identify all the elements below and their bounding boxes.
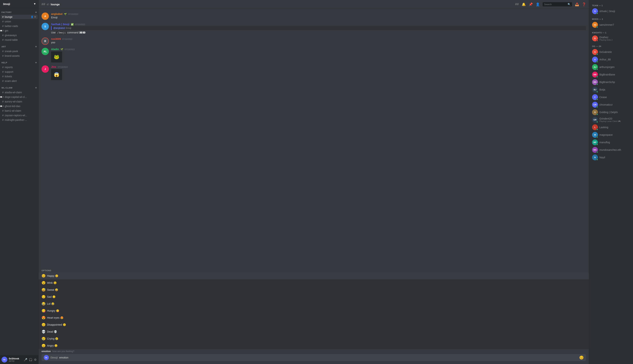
search-box[interactable]: Search 🔍 — [542, 2, 572, 6]
autocomplete-label: Happy 😊 — [47, 274, 58, 277]
channel-item-support[interactable]: #support — [1, 70, 38, 74]
member-item[interactable]: N Nayil — [590, 154, 632, 161]
autocomplete-item-heart-eyes[interactable]: 😍Heart eyes 😍 — [38, 314, 589, 321]
channel-label: scam-alert — [5, 80, 17, 82]
emoji-picker-button[interactable]: 😊 — [579, 355, 584, 360]
channel-item-midnight-panther[interactable]: #midnight-panther-... — [1, 118, 38, 122]
member-avatar-text: BB — [594, 74, 596, 76]
status-dot — [596, 151, 598, 153]
channel-item-aurory-wl-claim[interactable]: #aurory-wl-claim — [1, 99, 38, 104]
channel-item-gm[interactable]: #gm — [1, 28, 38, 33]
channel-item-scam-alert[interactable]: #scam-alert — [1, 79, 38, 83]
member-item[interactable]: D Drathez Playing Dota 2 — [590, 35, 632, 42]
member-item[interactable]: GR Grinder420 Playing Lunar Client 🎮 — [590, 116, 632, 124]
member-item[interactable]: C Cease — [590, 94, 632, 101]
hashtag-icon[interactable]: ## — [515, 2, 519, 6]
settings-button[interactable]: ⚙ — [34, 358, 37, 362]
channel-icon: # — [2, 114, 4, 117]
settings-icon[interactable]: ⚙ — [34, 16, 36, 18]
message-time: 07/10/2022 — [75, 23, 85, 26]
category-add[interactable]: + — [35, 86, 37, 89]
status-dot — [596, 26, 598, 28]
channel-item-kam1-wl-claim[interactable]: #kam1-wl-claim — [1, 108, 38, 113]
channel-item-brand-assets[interactable]: #brand-assets — [1, 54, 38, 58]
member-item[interactable]: A Arthur_88 — [590, 56, 632, 63]
deafen-button[interactable]: 🎧 — [28, 358, 33, 362]
member-item[interactable]: CR chromaticcr — [590, 101, 632, 108]
member-item[interactable]: M magospace — [590, 131, 632, 138]
autocomplete-item-sad[interactable]: 😔Sad 😔 — [38, 293, 589, 300]
autocomplete-item-angry[interactable]: 😠Angry 😠 — [38, 342, 589, 349]
member-info: BigBrainSchp — [600, 80, 615, 84]
autocomplete-item-dead[interactable]: 💀Dead 💀 — [38, 328, 589, 335]
pin-icon[interactable]: 📌 — [529, 2, 533, 6]
channel-icon: # — [2, 38, 4, 41]
hint-key: emotion — [42, 350, 51, 352]
member-list-icon[interactable]: 👤 — [536, 2, 540, 6]
message-header: Jinx 07/10/2022 — [51, 66, 586, 68]
category-add[interactable]: + — [35, 61, 37, 64]
status-dot — [596, 61, 598, 63]
channel-category-wl-claim[interactable]: WL-CLAIM+ — [0, 84, 38, 90]
channel-item-union[interactable]: #union — [1, 19, 38, 24]
autocomplete-item-lol[interactable]: 😂Lol 😂 — [38, 300, 589, 307]
member-name: Arthur_88 — [600, 58, 610, 61]
channel-item-lounge[interactable]: #lounge 👤 ⚙ — [1, 15, 38, 19]
server-header[interactable]: 3moji ▾ — [0, 0, 38, 8]
message-time: 07/10/2022 — [62, 38, 72, 40]
autocomplete-item-sweat[interactable]: 😅Sweat 😅 — [38, 286, 589, 293]
channel-item-zaysan-raptors-wl[interactable]: #zaysan-raptors-wl... — [1, 113, 38, 118]
message-text: Use /3moji command 👀👀 — [51, 31, 586, 34]
autocomplete-item-disappointed[interactable]: 😐Disappointed 😐 — [38, 321, 589, 328]
member-icon[interactable]: 👤 — [31, 16, 34, 18]
chat-header-icons: ## 🔔 📌 👤 Search 🔍 📥 ❓ — [515, 2, 586, 6]
member-item[interactable]: BJ Botja — [590, 86, 632, 93]
autocomplete-emoji: 😢 — [42, 337, 46, 341]
channel-label: atadia-wl-claim — [5, 91, 22, 94]
channel-item-reports[interactable]: #reports — [1, 65, 38, 70]
channel-item-round-table[interactable]: #round-table — [1, 38, 38, 42]
member-avatar-text: L — [594, 126, 596, 128]
autocomplete-emoji: 😔 — [42, 295, 46, 299]
member-item[interactable]: AJ arthursjorgen — [590, 63, 632, 71]
member-item[interactable]: G 0xGabriele — [590, 48, 632, 56]
member-section-header: OG — 24 — [589, 42, 633, 48]
member-item[interactable]: S shīvek | 3moji — [590, 8, 632, 15]
category-add[interactable]: + — [35, 45, 37, 48]
autocomplete-item-happy[interactable]: 😊Happy 😊 — [38, 272, 589, 279]
help-icon[interactable]: ❓ — [582, 2, 586, 6]
bell-icon[interactable]: 🔔 — [522, 2, 526, 6]
member-item[interactable]: G Golding | Delphi — [590, 108, 632, 116]
member-item[interactable]: BB BigBrainBane — [590, 71, 632, 78]
member-avatar: BJ — [592, 87, 598, 92]
member-item[interactable]: SZ samzimmer7 — [590, 21, 632, 28]
channel-item-tickets[interactable]: #tickets — [1, 74, 38, 78]
inbox-icon[interactable]: 📥 — [575, 2, 579, 6]
member-name: Drathez — [600, 36, 612, 39]
channel-item-ghost-kid-dao[interactable]: #ghost-kid-dao — [1, 104, 38, 108]
channel-label: brand-assets — [5, 54, 20, 57]
channel-item-twitter-raids[interactable]: #twitter-raids — [1, 24, 38, 28]
member-avatar: N — [592, 154, 598, 160]
autocomplete-item-crying[interactable]: 😢Crying 😢 — [38, 335, 589, 342]
chat-input-field[interactable] — [59, 354, 578, 361]
member-item[interactable]: MS mundosanchez.eth — [590, 146, 632, 154]
member-item[interactable]: L Laxking — [590, 124, 632, 131]
autocomplete-item-wink[interactable]: 😉Wink 😉 — [38, 279, 589, 286]
channel-category-art[interactable]: ART+ — [0, 42, 38, 49]
unread-dot — [0, 106, 2, 107]
category-add[interactable]: + — [35, 11, 37, 14]
member-item[interactable]: MF manuflog — [590, 139, 632, 146]
channel-item-doge-capital-wl-cl[interactable]: #doge-capital-wl-cl... — [1, 95, 38, 99]
mute-button[interactable]: 🎤 — [23, 358, 28, 362]
channel-item-giveaways[interactable]: #giveaways — [1, 33, 38, 38]
channel-category-help[interactable]: HELP+ — [0, 58, 38, 65]
member-item[interactable]: BS BigBrainSchp — [590, 78, 632, 86]
channel-icon: # — [2, 80, 4, 82]
autocomplete-label: Sweat 😅 — [47, 288, 58, 291]
channel-item-atadia-wl-claim[interactable]: #atadia-wl-claim — [1, 90, 38, 94]
channel-category-factory[interactable]: FACTORY+ — [0, 8, 38, 14]
status-dot — [596, 12, 598, 14]
autocomplete-item-hungry[interactable]: 😋Hungry 😋 — [38, 307, 589, 314]
channel-item-sneak-peek[interactable]: #sneak-peek — [1, 49, 38, 54]
